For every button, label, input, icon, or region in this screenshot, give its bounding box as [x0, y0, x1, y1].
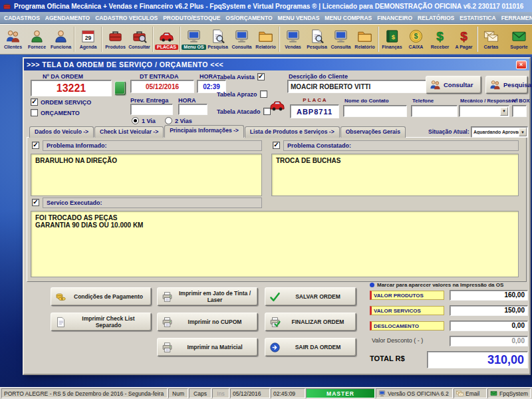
tabela-atacado-checkbox[interactable]: Tabela Atacado [217, 108, 271, 115]
client-name-field[interactable]: MOACIR ROBERTO VITTI [287, 80, 443, 93]
menu-item-estatistica[interactable]: ESTATISTICA [457, 13, 498, 23]
toolbar-produtos[interactable]: Produtos [104, 25, 127, 53]
tab-observacoes-gerais[interactable]: Observações Gerais [340, 126, 406, 138]
tabela-aprazo-checkbox[interactable]: Tabela Aprazo [217, 90, 267, 98]
pesquisar-button[interactable]: Pesquisar [485, 76, 528, 94]
folder-icon [357, 29, 372, 44]
toolbar-agenda[interactable]: Agenda [76, 25, 100, 53]
imprimir-cupom-button[interactable]: Imprimir no CUPOM [157, 313, 258, 331]
toolbar-suporte[interactable]: Suporte [507, 25, 531, 53]
toolbar-vendas[interactable]: Vendas [281, 25, 305, 53]
tab-principais-informacoes[interactable]: Principais Informações -> [164, 125, 244, 138]
menu-item-os-orcamento[interactable]: OS/ORÇAMENTO [223, 13, 275, 23]
value-field[interactable]: 160,00 [450, 290, 528, 301]
toolbar-menu-os[interactable]: Menu OS [182, 25, 205, 53]
chevron-down-icon[interactable]: ▼ [519, 128, 527, 136]
imprimir-jato-button[interactable]: Imprimir em Jato de Tinta / Laser [157, 287, 258, 306]
box-field[interactable] [512, 105, 527, 117]
menu-item-cadastro-veiculos[interactable]: CADASTRO VEICULOS [92, 13, 160, 23]
radio-2-vias[interactable]: 2 Vias [165, 117, 192, 124]
checkbox [31, 109, 38, 116]
window-titlebar[interactable]: >>> TELA DA ORDEM DE SERVIÇO / ORÇAMENTO… [24, 59, 529, 70]
order-number-field[interactable]: 13221 [31, 80, 112, 96]
folder-icon [258, 29, 273, 44]
dollar-green-icon [432, 29, 448, 44]
finalizar-ordem-button[interactable]: FINALIZAR ORDEM [265, 313, 356, 331]
telefone-field[interactable] [411, 105, 458, 117]
radio-1-via[interactable]: 1 Via [132, 117, 156, 124]
mecanico-select[interactable]: ▼ [459, 105, 509, 117]
prev-entrega-label: Prev. Entrega [130, 97, 168, 104]
problema-informado-textarea[interactable]: BRARULHO NA DIREÇÃO [31, 154, 262, 196]
problema-constatado-checkbox[interactable]: ✓ [273, 142, 280, 149]
order-lookup-button[interactable] [114, 81, 126, 95]
desconto-field[interactable]: 0,00 [450, 336, 528, 346]
value-label: VALOR SERVICOS [370, 306, 444, 315]
toolbar-consulta[interactable]: Consulta [230, 25, 253, 53]
placa-field[interactable]: ABP8711 [290, 104, 339, 118]
toolbar-pesquisa[interactable]: Pesquisa [305, 25, 329, 53]
situacao-select[interactable]: Aguardando Aprovação▼ [471, 126, 528, 138]
imprimir-checklist-button[interactable]: Imprimir Check List Separado [51, 313, 152, 331]
status-num: Num [168, 388, 188, 398]
tab-lista-de-produtos-e-servicos[interactable]: Lista de Produtos e Serviços -> [245, 126, 340, 138]
imprimir-matricial-button[interactable]: Imprimir na Matricial [157, 338, 258, 356]
toolbar-relatorio[interactable]: Relatório [254, 25, 277, 53]
prev-entrega-field[interactable] [130, 104, 173, 115]
toolbar: ClientesForneceFuncionaAgendaProdutosCon… [0, 24, 532, 55]
servico-executado-checkbox[interactable]: ✓ [32, 199, 39, 206]
menu-item-produto-estoque[interactable]: PRODUTO/ESTOQUE [160, 13, 223, 23]
orcamento-checkbox[interactable]: ORÇAMENTO [31, 109, 80, 116]
ordem-servico-checkbox[interactable]: ✓ORDEM SERVIÇO [31, 98, 91, 106]
tab-check-list-veicular[interactable]: Check List Veicular -> [94, 126, 164, 138]
problema-informado-checkbox[interactable]: ✓ [32, 142, 39, 149]
entry-date-field[interactable]: 05/12/2016 [130, 80, 194, 93]
book-icon [384, 29, 400, 44]
menu-item-menu-vendas[interactable]: MENU VENDAS [275, 13, 323, 23]
toolbar-relatorio[interactable]: Relatório [353, 25, 376, 53]
menu-item-agendamento[interactable]: AGENDAMENTO [43, 13, 92, 23]
window-body: Nº DA ORDEM 13221 DT ENTRADA 05/12/2016 … [24, 70, 529, 374]
checkbox: ✓ [31, 98, 38, 106]
tab-dados-do-veiculo[interactable]: Dados do Veiculo -> [29, 126, 94, 138]
checkbox: ✓ [32, 199, 39, 206]
service-order-window: >>> TELA DA ORDEM DE SERVIÇO / ORÇAMENTO… [23, 57, 531, 375]
toolbar-financas[interactable]: Finanças [380, 25, 404, 53]
menu-items: CADASTROSAGENDAMENTOCADASTRO VEICULOSPRO… [1, 12, 532, 23]
status-ins: Ins [212, 388, 229, 398]
contato-field[interactable] [343, 105, 407, 117]
toolbar-pesquisa[interactable]: Pesquisa [206, 25, 229, 53]
toolbar-receber[interactable]: Receber [428, 25, 452, 53]
telefone-label: Telefone [412, 98, 434, 104]
menu-item-relatorios[interactable]: RELATÓRIOS [415, 13, 457, 23]
toolbar-consulta[interactable]: Consulta [329, 25, 352, 53]
toolbar-consultar[interactable]: Consultar [128, 25, 151, 53]
toolbar-clientes[interactable]: Clientes [1, 25, 25, 53]
value-field[interactable]: 150,00 [450, 305, 528, 316]
consultar-button[interactable]: Consultar [426, 76, 481, 94]
toolbar-placas[interactable]: PLACAS [155, 25, 178, 53]
toolbar-cartas[interactable]: Cartas [479, 25, 503, 53]
toolbar-caixa[interactable]: CAIXA [404, 25, 428, 53]
sair-ordem-button[interactable]: SAIR DA ORDEM [265, 338, 356, 356]
condicoes-pagamento-button[interactable]: Condições de Pagamento [51, 287, 152, 306]
toolbar-a-pagar[interactable]: A Pagar [452, 25, 475, 53]
salvar-ordem-button[interactable]: SALVAR ORDEM [265, 287, 356, 306]
toolbar-fornece[interactable]: Fornece [25, 25, 49, 53]
menu-item-ferramentas[interactable]: FERRAMENTAS [499, 13, 532, 23]
problema-constatado-textarea[interactable]: TROCA DE BUCHAS [271, 154, 519, 196]
prev-hora-field[interactable] [178, 104, 207, 115]
tabela-avista-checkbox[interactable]: Tabela Avista✓ [217, 73, 265, 80]
close-icon[interactable]: × [516, 61, 527, 69]
value-field[interactable]: 0,00 [450, 321, 528, 331]
value-label: VALOR PRODUTOS [370, 291, 444, 300]
toolbar-funciona[interactable]: Funciona [49, 25, 72, 53]
servico-executado-textarea[interactable]: FOI TROCADO AS PEÇAS GARANTIA 90 DIAS OU… [31, 211, 519, 277]
app-icon [3, 2, 11, 11]
envelope-green-icon [490, 390, 497, 397]
menu-item-financeiro[interactable]: FINANCEIRO [374, 13, 415, 23]
menu-item-cadastros[interactable]: CADASTROS [1, 13, 43, 23]
menu-item-menu-compras[interactable]: MENU COMPRAS [322, 13, 374, 23]
toolbar-label: Relatório [354, 45, 374, 50]
chevron-down-icon[interactable]: ▼ [500, 107, 508, 116]
